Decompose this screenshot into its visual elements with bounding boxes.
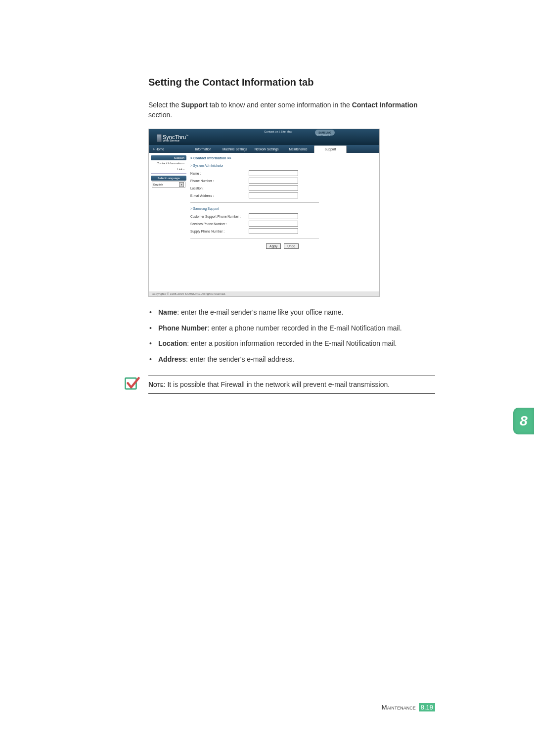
- embedded-web-ui: Contact us | Site Map SAMSUNG SOFTWARE S…: [148, 129, 380, 297]
- intro-text: section.: [148, 111, 172, 119]
- list-item: Address: enter the sender's e-mail addre…: [156, 355, 435, 365]
- tab-machine-settings[interactable]: Machine Settings: [219, 147, 251, 151]
- list-item: Location: enter a position information r…: [156, 339, 435, 349]
- field-description-list: Name: enter the e-mail sender's name lik…: [148, 308, 435, 364]
- chevron-down-icon: ▾: [179, 182, 184, 187]
- syncthru-brand: SyncThru™ Web Service: [157, 134, 188, 142]
- language-select-value: English: [153, 183, 163, 186]
- tab-support[interactable]: Support: [314, 145, 347, 153]
- webui-main-panel: > Contact Information >> > System Admini…: [187, 153, 379, 291]
- footer-page-number: 8.19: [419, 703, 435, 711]
- input-supply-phone[interactable]: [249, 228, 298, 234]
- label-name: Name :: [190, 172, 249, 175]
- note-block: Note: It is possible that Firewall in th…: [124, 376, 435, 394]
- chapter-tab: 8: [513, 408, 534, 434]
- checkmark-note-icon: [124, 376, 140, 392]
- tab-network-settings[interactable]: Network Settings: [251, 147, 282, 151]
- input-cust-support-phone[interactable]: [249, 213, 298, 219]
- label-phone: Phone Number :: [190, 179, 249, 183]
- label-supply-phone: Supply Phone Number :: [190, 230, 249, 233]
- footer-section-label: Maintenance: [382, 704, 416, 711]
- tab-home[interactable]: > Home: [153, 147, 187, 151]
- input-location[interactable]: [249, 185, 298, 191]
- intro-bold-contact: Contact Information: [352, 101, 418, 109]
- tab-information[interactable]: Information: [187, 147, 219, 151]
- sidebar-item-contact-info[interactable]: Contact Information -: [151, 160, 186, 166]
- note-text: : It is possible that Firewall in the ne…: [164, 380, 390, 388]
- language-select[interactable]: English ▾: [152, 182, 185, 188]
- intro-bold-support: Support: [181, 101, 208, 109]
- bullet-label: Name: [158, 308, 177, 316]
- label-cust-support-phone: Customer Support Phone Number :: [190, 215, 249, 218]
- webui-sidebar: Support Contact Information - Link - Sel…: [149, 153, 187, 291]
- label-email: E-mail Address :: [190, 194, 249, 197]
- bullet-label: Address: [158, 355, 186, 363]
- divider: [190, 238, 319, 238]
- printer-icon: [157, 134, 162, 142]
- intro-paragraph: Select the Support tab to know and enter…: [148, 100, 435, 120]
- input-name[interactable]: [249, 170, 298, 176]
- label-services-phone: Services Phone Number :: [190, 222, 249, 226]
- page-footer: Maintenance 8.19: [382, 703, 435, 711]
- brand-tm: ™: [186, 134, 188, 137]
- section-heading: Setting the Contact Information tab: [148, 77, 435, 88]
- samsung-logo-sub: SOFTWARE: [316, 134, 330, 137]
- label-location: Location :: [190, 187, 249, 190]
- bullet-label: Phone Number: [158, 324, 208, 332]
- sidebar-separator: [151, 173, 186, 174]
- webui-tab-bar: > Home Information Machine Settings Netw…: [149, 145, 379, 153]
- intro-text: tab to know and enter some information i…: [208, 101, 352, 109]
- input-services-phone[interactable]: [249, 221, 298, 227]
- sidebar-head-support: Support: [151, 155, 186, 160]
- bullet-text: : enter a phone number recorded in the E…: [208, 324, 402, 332]
- divider: [190, 202, 319, 203]
- intro-text: Select the: [148, 101, 181, 109]
- bullet-text: : enter a position information recorded …: [187, 339, 397, 347]
- sidebar-language-head: Select Language: [151, 176, 186, 181]
- list-item: Name: enter the e-mail sender's name lik…: [156, 308, 435, 318]
- tab-maintenance[interactable]: Maintenance: [282, 147, 314, 151]
- bullet-text: : enter the e-mail sender's name like yo…: [177, 308, 343, 316]
- list-item: Phone Number: enter a phone number recor…: [156, 324, 435, 333]
- undo-button[interactable]: Undo: [284, 243, 299, 249]
- apply-button[interactable]: Apply: [266, 243, 281, 249]
- webui-copyright: Copyrights © 1995-2004 SAMSUNG. All righ…: [149, 291, 379, 296]
- section-system-admin: > System Administrator: [190, 164, 374, 167]
- sidebar-item-link[interactable]: Link -: [151, 166, 186, 172]
- section-samsung-support: > Samsung Support: [190, 207, 374, 210]
- note-label: Note: [148, 380, 164, 388]
- webui-header: Contact us | Site Map SAMSUNG SOFTWARE S…: [149, 129, 379, 145]
- bullet-text: : enter the sender's e-mail address.: [186, 355, 294, 363]
- header-top-links[interactable]: Contact us | Site Map: [264, 130, 292, 133]
- input-phone[interactable]: [249, 178, 298, 184]
- input-email[interactable]: [249, 192, 298, 198]
- bullet-label: Location: [158, 339, 187, 347]
- breadcrumb: > Contact Information >>: [190, 156, 374, 160]
